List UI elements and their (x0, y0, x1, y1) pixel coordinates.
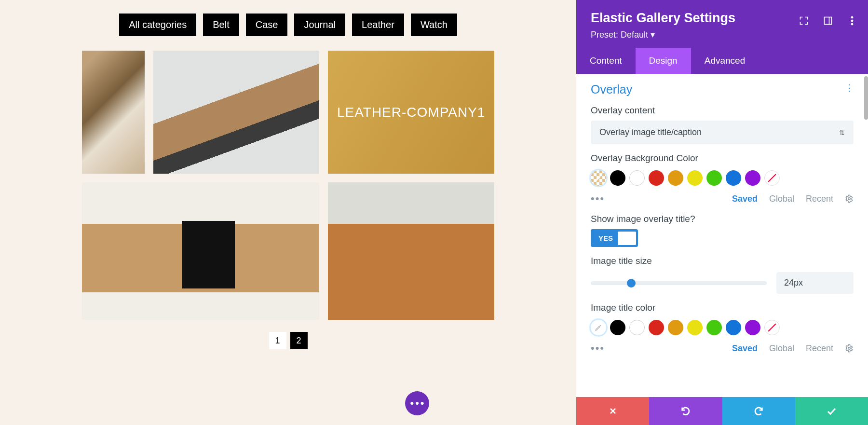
toggle-yes-label: YES (593, 231, 618, 245)
page-canvas: All categories Belt Case Journal Leather… (0, 0, 576, 425)
filter-all[interactable]: All categories (119, 14, 196, 36)
title-size-label: Image title size (591, 256, 854, 266)
palette-tab-global[interactable]: Global (769, 194, 794, 204)
swatch-green[interactable] (706, 320, 722, 335)
palette-more-icon[interactable]: ••• (591, 192, 605, 205)
slider-thumb[interactable] (627, 279, 636, 288)
swatch-transparent[interactable] (764, 320, 780, 335)
swatch-white[interactable] (629, 320, 645, 335)
color-picker-icon[interactable] (591, 170, 606, 186)
svg-point-4 (848, 198, 851, 200)
show-title-label: Show image overlay title? (591, 214, 854, 224)
gear-icon[interactable] (845, 344, 854, 353)
swatch-blue[interactable] (726, 320, 741, 335)
palette-tab-recent[interactable]: Recent (806, 194, 833, 204)
panel-header: Elastic Gallery Settings Preset: Default… (576, 0, 868, 48)
filter-watch[interactable]: Watch (411, 14, 457, 36)
swatch-purple[interactable] (745, 320, 760, 335)
swatch-black[interactable] (610, 320, 625, 335)
gallery-item[interactable]: LEATHER-COMPANY1 (328, 51, 494, 174)
overlay-content-value: Overlay image title/caption (599, 127, 702, 137)
gear-icon[interactable] (845, 194, 854, 203)
page-1[interactable]: 1 (269, 332, 286, 349)
swatch-yellow[interactable] (687, 170, 703, 186)
show-title-toggle[interactable]: YES (591, 229, 638, 247)
filter-leather[interactable]: Leather (352, 14, 404, 36)
filter-belt[interactable]: Belt (203, 14, 239, 36)
svg-point-2 (851, 20, 853, 22)
ellipsis-icon: ••• (410, 397, 425, 410)
svg-point-5 (848, 347, 851, 350)
layout-icon[interactable] (823, 15, 833, 26)
palette-tab-saved[interactable]: Saved (732, 343, 758, 354)
title-size-input[interactable]: 24px (776, 272, 854, 294)
category-filter-bar: All categories Belt Case Journal Leather… (0, 0, 576, 36)
tab-design[interactable]: Design (636, 48, 691, 74)
palette-tab-global[interactable]: Global (769, 343, 794, 354)
overlay-content-label: Overlay content (591, 105, 854, 116)
swatch-white[interactable] (629, 170, 645, 186)
gallery-item[interactable] (82, 182, 319, 320)
svg-point-1 (851, 16, 853, 18)
panel-scrollbar[interactable] (864, 76, 868, 120)
palette-more-icon[interactable]: ••• (591, 342, 605, 355)
page-fab[interactable]: ••• (405, 391, 429, 415)
preset-dropdown[interactable]: Preset: Default ▾ (591, 29, 854, 40)
filter-case[interactable]: Case (246, 14, 288, 36)
gallery-item[interactable] (82, 51, 145, 174)
palette-tab-recent[interactable]: Recent (806, 343, 833, 354)
title-size-slider[interactable] (591, 281, 767, 285)
gallery-item[interactable] (153, 51, 320, 174)
section-menu-icon[interactable]: ⋮ (845, 82, 854, 93)
expand-icon[interactable] (799, 15, 809, 26)
swatch-orange[interactable] (668, 170, 683, 186)
kebab-icon[interactable] (847, 15, 857, 26)
settings-panel: Elastic Gallery Settings Preset: Default… (576, 0, 868, 425)
panel-footer (576, 397, 868, 425)
swatch-purple[interactable] (745, 170, 760, 186)
overlay-content-select[interactable]: Overlay image title/caption ⇅ (591, 121, 854, 144)
chevron-updown-icon: ⇅ (839, 129, 845, 137)
svg-point-3 (851, 23, 853, 25)
overlay-bgcolor-swatches (591, 170, 854, 186)
gallery-item[interactable] (328, 182, 494, 320)
toggle-knob (618, 232, 636, 245)
redo-button[interactable] (722, 397, 795, 425)
svg-rect-0 (825, 17, 832, 25)
palette-tab-saved[interactable]: Saved (732, 194, 758, 204)
swatch-red[interactable] (649, 170, 664, 186)
swatch-green[interactable] (706, 170, 722, 186)
filter-journal[interactable]: Journal (294, 14, 345, 36)
panel-body[interactable]: Overlay ⋮ Overlay content Overlay image … (576, 74, 868, 397)
swatch-blue[interactable] (726, 170, 741, 186)
undo-button[interactable] (649, 397, 722, 425)
section-overlay-title[interactable]: Overlay (591, 82, 632, 96)
color-picker-icon[interactable] (591, 320, 606, 335)
panel-tabs: Content Design Advanced (576, 48, 868, 74)
title-color-swatches (591, 320, 854, 335)
gallery-grid: LEATHER-COMPANY1 (82, 51, 494, 320)
discard-button[interactable] (576, 397, 649, 425)
page-2[interactable]: 2 (290, 332, 308, 349)
swatch-orange[interactable] (668, 320, 683, 335)
pagination: 1 2 (0, 332, 576, 349)
swatch-yellow[interactable] (687, 320, 703, 335)
tab-content[interactable]: Content (576, 48, 636, 74)
swatch-red[interactable] (649, 320, 664, 335)
overlay-bgcolor-label: Overlay Background Color (591, 153, 854, 164)
swatch-transparent[interactable] (764, 170, 780, 186)
save-button[interactable] (795, 397, 868, 425)
swatch-black[interactable] (610, 170, 625, 186)
overlay-title: LEATHER-COMPANY1 (337, 105, 485, 120)
tab-advanced[interactable]: Advanced (691, 48, 759, 74)
title-color-label: Image title color (591, 302, 854, 313)
